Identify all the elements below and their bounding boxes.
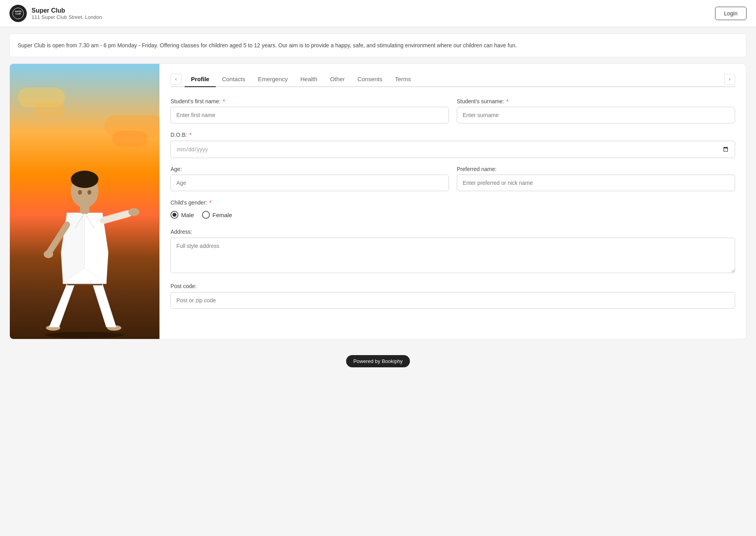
gender-female-label: Female	[213, 212, 232, 218]
tab-profile[interactable]: Profile	[185, 72, 216, 86]
first-name-input[interactable]	[170, 107, 449, 123]
postcode-label: Post code:	[170, 283, 196, 289]
gender-group: Child's gender: * Male Female	[170, 199, 735, 220]
svg-text:CLUB: CLUB	[15, 13, 21, 15]
age-input[interactable]	[170, 175, 449, 191]
surname-group: Student's surname: *	[457, 98, 735, 123]
dob-input[interactable]	[170, 141, 735, 158]
tab-scroll-right[interactable]: ›	[724, 74, 735, 85]
dob-group: D.O.B: *	[170, 131, 735, 158]
svg-point-15	[44, 250, 53, 258]
banner-text: Super Club is open from 7.30 am - 6 pm M…	[18, 42, 517, 48]
svg-point-18	[128, 208, 139, 216]
address-group: Address:	[170, 228, 735, 275]
tab-contacts[interactable]: Contacts	[216, 72, 252, 86]
gender-female-radio[interactable]	[202, 211, 210, 219]
age-group: Age:	[170, 166, 449, 191]
svg-point-23	[87, 190, 91, 195]
tab-terms[interactable]: Terms	[389, 72, 417, 86]
svg-point-3	[45, 332, 124, 338]
header: SUPER CLUB Super Club 111 Super Club Str…	[0, 0, 756, 27]
postcode-input[interactable]	[170, 292, 735, 309]
main-card: ‹ Profile Contacts Emergency Health Othe…	[9, 63, 747, 339]
gender-required: *	[209, 199, 211, 206]
powered-badge: Powered by Bookiphy	[346, 355, 410, 367]
header-club-info: Super Club 111 Super Club Street, London	[32, 7, 102, 20]
name-row: Student's first name: * Student's surnam…	[170, 98, 735, 123]
age-preferred-row: Age: Preferred name:	[170, 166, 735, 191]
tabs: ‹ Profile Contacts Emergency Health Othe…	[170, 72, 735, 87]
dob-required: *	[189, 132, 191, 138]
svg-marker-8	[49, 284, 75, 327]
preferred-name-group: Preferred name:	[457, 166, 735, 191]
postcode-group: Post code:	[170, 283, 735, 309]
dob-label: D.O.B: *	[170, 132, 191, 138]
gender-female-option[interactable]: Female	[202, 211, 232, 219]
first-name-required: *	[223, 98, 225, 104]
tab-scroll-left[interactable]: ‹	[170, 74, 182, 85]
tab-health[interactable]: Health	[294, 72, 324, 86]
karate-figure	[30, 134, 140, 339]
age-label: Age:	[170, 166, 449, 172]
gender-label: Child's gender: *	[170, 199, 211, 206]
address-input[interactable]	[170, 238, 735, 273]
first-name-group: Student's first name: *	[170, 98, 449, 123]
image-panel	[10, 64, 159, 339]
form-panel: ‹ Profile Contacts Emergency Health Othe…	[159, 64, 746, 339]
tab-other[interactable]: Other	[324, 72, 351, 86]
footer: Powered by Bookiphy	[0, 349, 756, 374]
surname-input[interactable]	[457, 107, 735, 123]
tab-consents[interactable]: Consents	[351, 72, 389, 86]
gender-male-option[interactable]: Male	[170, 211, 194, 219]
gender-male-label: Male	[181, 212, 194, 218]
address-label: Address:	[170, 229, 192, 235]
svg-point-22	[78, 190, 82, 195]
cloud-2	[33, 103, 65, 117]
surname-label: Student's surname: *	[457, 98, 735, 104]
tab-emergency[interactable]: Emergency	[252, 72, 294, 86]
club-address: 111 Super Club Street, London	[32, 14, 102, 20]
header-left: SUPER CLUB Super Club 111 Super Club Str…	[9, 5, 102, 22]
surname-required: *	[506, 98, 508, 104]
login-button[interactable]: Login	[715, 7, 747, 20]
gender-radio-group: Male Female	[170, 209, 735, 220]
preferred-name-input[interactable]	[457, 175, 735, 191]
svg-point-21	[71, 171, 98, 188]
svg-marker-9	[93, 284, 116, 327]
logo: SUPER CLUB	[9, 5, 27, 22]
svg-line-17	[102, 214, 128, 221]
banner: Super Club is open from 7.30 am - 6 pm M…	[9, 34, 747, 57]
preferred-name-label: Preferred name:	[457, 166, 735, 172]
gender-male-radio[interactable]	[170, 211, 178, 219]
club-name: Super Club	[32, 7, 102, 14]
first-name-label: Student's first name: *	[170, 98, 449, 104]
